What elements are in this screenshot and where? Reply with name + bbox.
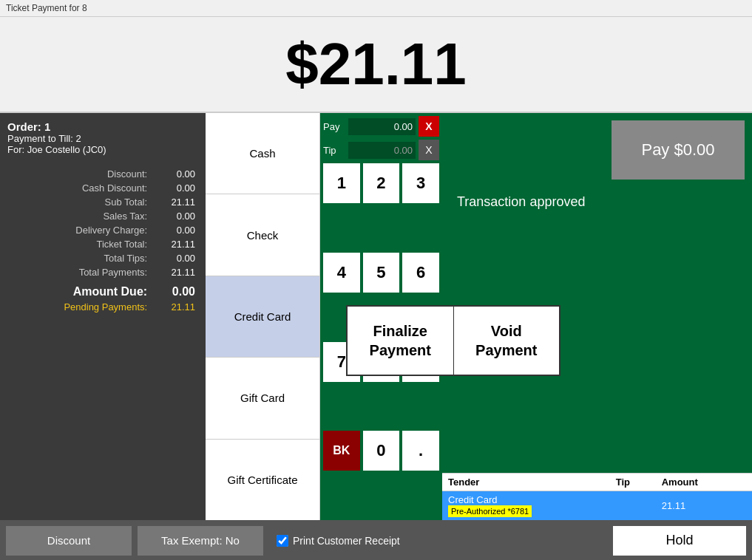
payments-table: Tender Tip Amount Credit Card Pre-Author… (442, 474, 752, 520)
void-payment-button[interactable]: VoidPayment (454, 307, 560, 375)
tip-row: Tip X (323, 140, 439, 160)
cash-discount-value: 0.00 (150, 181, 198, 195)
payment-to: Payment to Till: 2 (7, 133, 198, 144)
print-receipt-text: Print Customer Receipt (293, 535, 400, 547)
pre-auth-badge: Pre-Authorized *6781 (448, 505, 532, 517)
amount-due-label: Amount Due: (7, 279, 150, 300)
total-payments-label: Total Payments: (7, 265, 150, 279)
cash-button[interactable]: Cash (206, 113, 319, 194)
ticket-total-value: 21.11 (150, 237, 198, 251)
scroll-col (740, 474, 752, 491)
cash-discount-label: Cash Discount: (7, 181, 150, 195)
bottom-bar: Discount Tax Exempt: No Print Customer R… (0, 520, 752, 560)
numpad-1[interactable]: 1 (323, 163, 360, 203)
pay-input[interactable] (348, 118, 416, 135)
amount-cell: 21.11 (656, 491, 740, 521)
total-payments-value: 21.11 (150, 265, 198, 279)
main-content: Order: 1 Payment to Till: 2 For: Joe Cos… (0, 113, 752, 520)
numpad-5[interactable]: 5 (363, 253, 400, 293)
discount-button[interactable]: Discount (6, 526, 132, 556)
sales-tax-value: 0.00 (150, 209, 198, 223)
tender-header: Tender (442, 474, 610, 491)
numpad-2[interactable]: 2 (363, 163, 400, 203)
amount-header-cell: Amount (656, 474, 740, 491)
title-text: Ticket Payment for 8 (6, 3, 87, 13)
print-receipt-label[interactable]: Print Customer Receipt (277, 535, 607, 547)
amount-header: $21.11 (0, 17, 752, 113)
tip-label: Tip (323, 145, 345, 156)
delivery-charge-value: 0.00 (150, 223, 198, 237)
pay-clear-button[interactable]: X (419, 116, 439, 137)
pay-row: Pay X (323, 116, 439, 137)
total-amount: $21.11 (285, 35, 467, 94)
tax-exempt-button[interactable]: Tax Exempt: No (138, 526, 263, 556)
payment-methods-panel: Cash Check Credit Card Gift Card Gift Ce… (206, 113, 320, 520)
order-number: Order: 1 (7, 120, 198, 133)
sub-total-label: Sub Total: (7, 195, 150, 209)
sales-tax-label: Sales Tax: (7, 209, 150, 223)
pay-label: Pay (323, 121, 345, 132)
title-bar: Ticket Payment for 8 (0, 0, 752, 17)
pending-payments-value: 21.11 (150, 300, 198, 314)
discount-value: 0.00 (150, 167, 198, 181)
order-info: Order: 1 Payment to Till: 2 For: Joe Cos… (7, 120, 198, 155)
total-tips-label: Total Tips: (7, 251, 150, 265)
hold-button[interactable]: Hold (613, 526, 746, 556)
gift-card-button[interactable]: Gift Card (206, 358, 319, 439)
left-panel: Order: 1 Payment to Till: 2 For: Joe Cos… (0, 113, 206, 520)
numpad-3[interactable]: 3 (402, 163, 439, 203)
amount-due-value: 0.00 (150, 279, 198, 300)
discount-label: Discount: (7, 167, 150, 181)
finalize-payment-button[interactable]: FinalizePayment (348, 307, 454, 375)
transaction-approved: Transaction approved (442, 187, 752, 217)
table-row[interactable]: Credit Card Pre-Authorized *6781 21.11 (442, 491, 752, 521)
numpad-0[interactable]: 0 (363, 431, 400, 471)
summary-table: Discount: 0.00 Cash Discount: 0.00 Sub T… (7, 167, 198, 314)
tip-header: Tip (610, 474, 656, 491)
pay-button-container: Pay $0.00 (442, 113, 752, 187)
tip-input[interactable] (348, 142, 416, 159)
numpad-6[interactable]: 6 (402, 253, 439, 293)
pay-big-button[interactable]: Pay $0.00 (612, 120, 745, 180)
print-receipt-checkbox[interactable] (277, 535, 288, 547)
tip-clear-button[interactable]: X (419, 140, 439, 160)
numpad-4[interactable]: 4 (323, 253, 360, 293)
payment-popup: FinalizePayment VoidPayment (346, 305, 560, 376)
gift-certificate-button[interactable]: Gift Certificate (206, 440, 319, 520)
ticket-total-label: Ticket Total: (7, 237, 150, 251)
sub-total-value: 21.11 (150, 195, 198, 209)
total-tips-value: 0.00 (150, 251, 198, 265)
payments-table-area: Tender Tip Amount Credit Card Pre-Author… (442, 473, 752, 520)
right-area: Pay $0.00 Transaction approved FinalizeP… (442, 113, 752, 520)
tip-cell (610, 491, 656, 521)
tender-cell: Credit Card Pre-Authorized *6781 (442, 491, 610, 521)
customer-name: For: Joe Costello (JC0) (7, 144, 198, 155)
numpad-dot[interactable]: . (402, 431, 439, 471)
pending-payments-label: Pending Payments: (7, 300, 150, 314)
numpad-backspace[interactable]: BK (323, 431, 360, 471)
credit-card-button[interactable]: Credit Card (206, 276, 319, 358)
delivery-charge-label: Delivery Charge: (7, 223, 150, 237)
scroll-cell (740, 491, 752, 521)
check-button[interactable]: Check (206, 194, 319, 276)
